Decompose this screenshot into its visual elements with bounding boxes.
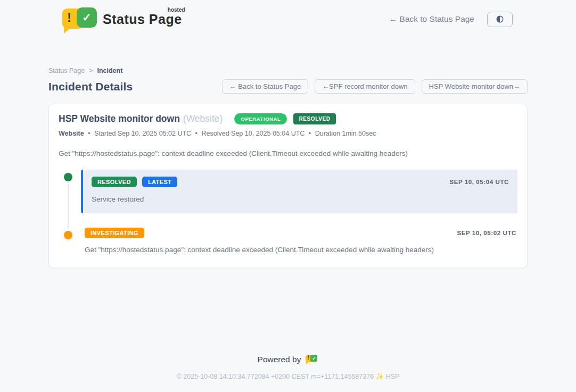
resolved-status-badge: RESOLVED: [293, 113, 335, 124]
prev-incident-button[interactable]: ←SPF record monitor down: [315, 79, 415, 94]
meta-separator: •: [88, 130, 90, 137]
incident-description: Get "https://hostedstatus.page": context…: [59, 149, 517, 157]
incident-nav-buttons: ← Back to Status Page ←SPF record monito…: [222, 79, 528, 94]
statuspage-mini-logo-icon: ! ✓: [306, 354, 318, 365]
mini-check-square: ✓: [310, 355, 317, 362]
mini-check-icon: ✓: [312, 356, 316, 361]
theme-toggle-button[interactable]: [487, 12, 513, 27]
breadcrumb-separator: >: [89, 67, 93, 74]
timeline-dot-investigating: [64, 231, 72, 239]
powered-by-text: Powered by: [258, 355, 301, 364]
timeline-dot-resolved: [64, 173, 72, 181]
meta-started: Started Sep 10, 2025 05:02 UTC: [94, 130, 191, 137]
powered-by-link[interactable]: Powered by ! ✓: [258, 354, 319, 365]
brand-wordmark: Status Page hosted: [103, 12, 182, 27]
timeline-entry-content: INVESTIGATING SEP 10, 05:02 UTC Get "htt…: [81, 228, 517, 254]
copyright-text: © 2025-10-08 14:10:34.772084 +0200 CEST …: [0, 372, 576, 380]
breadcrumb: Status Page > Incident: [48, 67, 528, 74]
statuspage-logo-icon: ! ✓: [62, 7, 97, 31]
brand-superscript: hosted: [168, 7, 185, 13]
statuspage-logo[interactable]: ! ✓ Status Page hosted: [62, 7, 182, 31]
timeline-entry: RESOLVED LATEST SEP 10, 05:04 UTC Servic…: [59, 170, 517, 213]
page-title: Incident Details: [48, 80, 133, 93]
mini-exclaim-glyph: !: [307, 355, 309, 361]
timeline-message: Get "https://hostedstatus.page": context…: [85, 246, 516, 254]
timeline-timestamp: SEP 10, 05:04 UTC: [449, 179, 509, 185]
footer: Powered by ! ✓ © 2025-10-08 14:10:34.772…: [0, 354, 576, 380]
incident-component: (Website): [183, 113, 223, 124]
exclaim-glyph: !: [67, 10, 71, 25]
incident-title: HSP Website monitor down: [59, 113, 180, 124]
contrast-icon: [495, 14, 505, 24]
meta-duration: Duration 1min 50sec: [315, 130, 376, 137]
operational-status-badge: OPERATIONAL: [234, 113, 287, 124]
check-icon: ✓: [82, 11, 92, 24]
incident-timeline: RESOLVED LATEST SEP 10, 05:04 UTC Servic…: [59, 170, 517, 254]
meta-resolved: Resolved Sep 10, 2025 05:04 UTC: [201, 130, 305, 137]
back-to-status-page-button[interactable]: ← Back to Status Page: [222, 79, 308, 94]
breadcrumb-status-page[interactable]: Status Page: [48, 67, 85, 74]
breadcrumb-incident: Incident: [97, 67, 122, 74]
meta-separator: •: [309, 130, 311, 137]
timeline-latest-badge: LATEST: [142, 177, 177, 187]
meta-separator: •: [195, 130, 198, 137]
incident-card: HSP Website monitor down (Website) OPERA…: [48, 104, 528, 268]
timeline-message: Service restored: [92, 195, 509, 203]
timeline-entry-content: RESOLVED LATEST SEP 10, 05:04 UTC Servic…: [81, 170, 517, 213]
status-page-incident-page: ! ✓ Status Page hosted ← Back to Status …: [0, 0, 576, 392]
next-incident-button[interactable]: HSP Website monitor down→: [422, 79, 528, 94]
timeline-entry: INVESTIGATING SEP 10, 05:02 UTC Get "htt…: [59, 228, 517, 254]
main-content: Status Page > Incident Incident Details …: [48, 67, 528, 268]
timeline-timestamp: SEP 10, 05:02 UTC: [457, 230, 516, 236]
brand-name: Status Page: [103, 12, 182, 27]
back-to-status-page-link[interactable]: ← Back to Status Page: [389, 14, 474, 24]
header: ! ✓ Status Page hosted ← Back to Status …: [48, 0, 528, 31]
logo-check-square: ✓: [77, 7, 97, 28]
meta-component: Website: [59, 130, 84, 137]
timeline-investigating-badge: INVESTIGATING: [85, 228, 144, 238]
incident-meta: Website • Started Sep 10, 2025 05:02 UTC…: [59, 130, 517, 137]
timeline-resolved-badge: RESOLVED: [92, 177, 137, 187]
